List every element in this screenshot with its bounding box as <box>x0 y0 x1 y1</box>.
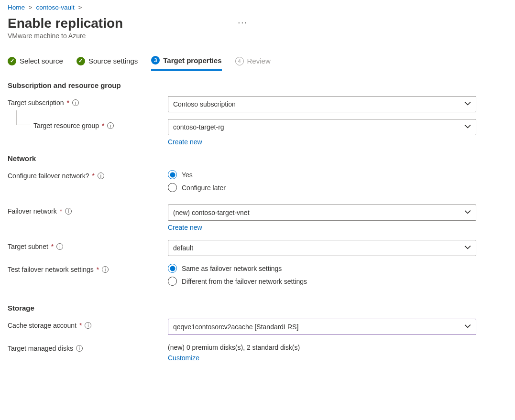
section-network: Network <box>8 154 507 162</box>
chevron-down-icon <box>464 100 471 108</box>
breadcrumb-vault[interactable]: contoso-vault <box>36 4 74 11</box>
page-title: Enable replication <box>8 16 123 31</box>
page-subtitle: VMware machine to Azure <box>8 32 507 40</box>
breadcrumb: Home > contoso-vault > <box>8 4 507 11</box>
label-cache-storage: Cache storage account * i <box>8 319 168 329</box>
step-label: Target properties <box>163 56 221 65</box>
step-source-settings[interactable]: Source settings <box>77 57 138 70</box>
label-test-failover-settings: Test failover network settings * i <box>8 263 168 273</box>
step-number-icon: 4 <box>235 57 244 65</box>
chevron-right-icon: > <box>27 4 34 11</box>
create-new-vnet-link[interactable]: Create new <box>168 224 202 231</box>
chevron-down-icon <box>464 244 471 252</box>
check-icon <box>77 57 85 65</box>
customize-disks-link[interactable]: Customize <box>168 354 199 362</box>
radio-icon <box>168 170 177 179</box>
select-value: (new) contoso-target-vnet <box>173 209 250 216</box>
info-icon[interactable]: i <box>102 266 109 273</box>
info-icon[interactable]: i <box>107 122 114 129</box>
required-icon: * <box>102 122 104 129</box>
info-icon[interactable]: i <box>98 172 104 179</box>
target-disks-value: (new) 0 premium disks(s), 2 standard dis… <box>168 342 476 351</box>
select-value: qeqve1contosorcv2acache [StandardLRS] <box>173 323 298 331</box>
step-review[interactable]: 4 Review <box>235 57 271 70</box>
more-icon[interactable]: ··· <box>238 18 248 28</box>
chevron-down-icon <box>464 209 471 217</box>
required-icon: * <box>67 99 69 107</box>
target-resource-group-select[interactable]: contoso-target-rg <box>168 119 476 135</box>
required-icon: * <box>51 243 54 250</box>
radio-label: Same as failover network settings <box>182 265 282 272</box>
section-storage: Storage <box>8 304 507 312</box>
radio-icon <box>168 277 177 286</box>
step-label: Source settings <box>88 57 138 65</box>
chevron-down-icon <box>464 323 471 331</box>
label-target-subscription: Target subscription * i <box>8 96 168 107</box>
select-value: Contoso subscription <box>173 100 236 108</box>
radio-label: Yes <box>182 171 193 179</box>
label-failover-network: Failover network * i <box>8 205 168 215</box>
label-configure-failover: Configure failover network? * i <box>8 169 168 180</box>
select-value: default <box>173 244 193 252</box>
radio-label: Different from the failover network sett… <box>182 278 307 285</box>
wizard-steps: Select source Source settings 3 Target p… <box>8 56 507 71</box>
cache-storage-select[interactable]: qeqve1contosorcv2acache [StandardLRS] <box>168 319 476 335</box>
radio-test-same[interactable]: Same as failover network settings <box>168 264 476 273</box>
section-subscription: Subscription and resource group <box>8 81 507 89</box>
target-subnet-select[interactable]: default <box>168 240 476 256</box>
radio-test-different[interactable]: Different from the failover network sett… <box>168 277 476 286</box>
create-new-rg-link[interactable]: Create new <box>168 138 202 146</box>
info-icon[interactable]: i <box>85 322 91 329</box>
radio-label: Configure later <box>182 184 226 192</box>
label-target-subnet: Target subnet * i <box>8 240 168 250</box>
check-icon <box>8 57 16 65</box>
required-icon: * <box>60 207 62 215</box>
info-icon[interactable]: i <box>72 99 79 106</box>
radio-configure-later[interactable]: Configure later <box>168 183 476 192</box>
info-icon[interactable]: i <box>56 243 63 250</box>
label-target-resource-group: Target resource group * i <box>8 119 168 129</box>
select-value: contoso-target-rg <box>173 123 224 131</box>
step-number-icon: 3 <box>151 56 160 65</box>
label-target-disks: Target managed disks i <box>8 342 168 352</box>
chevron-right-icon: > <box>77 4 84 11</box>
radio-icon <box>168 183 177 192</box>
required-icon: * <box>79 322 82 329</box>
step-label: Select source <box>20 57 63 65</box>
step-select-source[interactable]: Select source <box>8 57 63 70</box>
required-icon: * <box>92 172 94 180</box>
target-subscription-select[interactable]: Contoso subscription <box>168 96 476 112</box>
info-icon[interactable]: i <box>76 345 83 352</box>
failover-network-select[interactable]: (new) contoso-target-vnet <box>168 205 476 221</box>
chevron-down-icon <box>464 123 471 131</box>
step-label: Review <box>247 57 271 65</box>
radio-icon <box>168 264 177 273</box>
radio-configure-yes[interactable]: Yes <box>168 170 476 179</box>
info-icon[interactable]: i <box>65 208 72 215</box>
required-icon: * <box>97 266 99 273</box>
step-target-properties[interactable]: 3 Target properties <box>151 56 221 71</box>
breadcrumb-home[interactable]: Home <box>8 4 25 11</box>
